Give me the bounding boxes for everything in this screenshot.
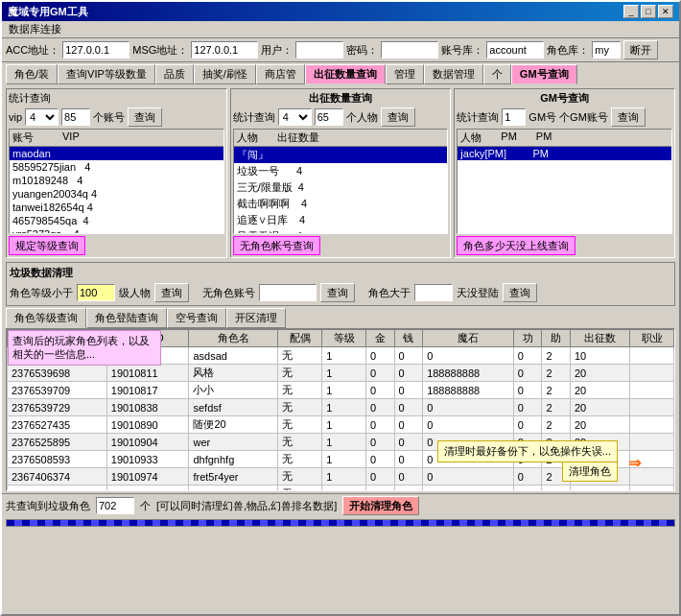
table-row[interactable]: 237653972919010838sefdsf无10000220 bbox=[8, 399, 674, 416]
expedition-item-1[interactable]: 垃圾一号 4 bbox=[234, 163, 448, 179]
level-query-btn[interactable]: 查询 bbox=[154, 283, 189, 302]
vip-select[interactable]: 4321 bbox=[25, 108, 59, 126]
col-gold: 金 bbox=[366, 330, 395, 347]
vip-list-item-3[interactable]: yuangen20034q 4 bbox=[10, 187, 223, 201]
table-cell: 0 bbox=[394, 347, 423, 365]
three-panel-row: 统计查询 vip 4321 个账号 查询 账号 VIP maodan 58595… bbox=[2, 86, 679, 260]
table-cell: 1 bbox=[322, 434, 366, 451]
table-cell: 0 bbox=[394, 399, 423, 416]
expedition-item-3[interactable]: 截击啊啊啊 4 bbox=[234, 196, 448, 212]
count-label: 共查询到垃圾角色 bbox=[6, 499, 90, 513]
vip-list-item-1[interactable]: 58595275jian 4 bbox=[10, 160, 223, 174]
user-input[interactable] bbox=[295, 41, 343, 59]
table-row[interactable]: 237653970919010817小小无1001888888880220 bbox=[8, 382, 674, 399]
expedition-item-2[interactable]: 三无/限量版 4 bbox=[234, 179, 448, 196]
col-exp-count: 出征数 bbox=[570, 330, 629, 347]
expedition-select[interactable]: 4 bbox=[278, 108, 312, 126]
table-cell: 20 bbox=[570, 382, 629, 399]
expedition-item-0[interactable]: 『闯』 bbox=[234, 147, 448, 163]
vip-panel-title: 统计查询 bbox=[9, 91, 224, 106]
start-clean-btn[interactable]: 开始清理角色 bbox=[342, 496, 419, 515]
level-input[interactable] bbox=[77, 284, 115, 301]
minimize-button[interactable]: _ bbox=[623, 5, 639, 18]
no-account-label: 无角色账号 bbox=[202, 286, 255, 300]
offline-days-btn[interactable]: 查询 bbox=[503, 283, 537, 302]
tab-shop[interactable]: 商店管 bbox=[256, 64, 305, 84]
disconnect-button[interactable]: 断开 bbox=[623, 40, 658, 59]
offline-query-btn[interactable]: 角色多少天没上线查询 bbox=[457, 236, 575, 255]
table-cell: 1 bbox=[322, 416, 366, 434]
level-unit: 级人物 bbox=[119, 286, 151, 300]
expedition-count-input[interactable] bbox=[315, 108, 343, 126]
table-cell: 无 bbox=[278, 468, 322, 486]
tab-expedition[interactable]: 出征数量查询 bbox=[305, 64, 386, 84]
vip-list-item-2[interactable]: m10189248 4 bbox=[10, 174, 223, 187]
maximize-button[interactable]: □ bbox=[641, 5, 656, 18]
close-button[interactable]: ✕ bbox=[658, 5, 673, 18]
gm-item-0[interactable]: jacky[PM] PM bbox=[458, 147, 671, 160]
tab-data-manage[interactable]: 数据管理 bbox=[424, 64, 483, 84]
tab2-empty-account[interactable]: 空号查询 bbox=[167, 308, 226, 328]
clean-label: 清理角色 bbox=[562, 462, 618, 482]
tab2-open-clean[interactable]: 开区清理 bbox=[226, 308, 286, 328]
vip-list-item-0[interactable]: maodan bbox=[10, 147, 223, 160]
vip-list-item-6[interactable]: yrs5273qa 4 bbox=[10, 227, 223, 234]
table-cell: 风格 bbox=[189, 365, 278, 382]
table-cell: 19010969 bbox=[106, 486, 189, 492]
table-cell: 0 bbox=[423, 468, 514, 486]
expedition-item-5[interactable]: 风雪无泪 4 bbox=[234, 228, 448, 234]
pwd-input[interactable] bbox=[381, 41, 438, 59]
no-account-trash-btn[interactable]: 查询 bbox=[320, 283, 355, 302]
table-row[interactable]: 237653969819010811风格无1001888888880220 bbox=[8, 365, 674, 382]
count-input[interactable] bbox=[96, 497, 134, 514]
table-cell: 0 bbox=[394, 416, 423, 434]
menu-item-db[interactable]: 数据库连接 bbox=[6, 21, 64, 37]
expedition-query-btn[interactable]: 查询 bbox=[381, 107, 415, 127]
level-label: 角色等级小于 bbox=[10, 286, 73, 300]
tab-lottery[interactable]: 抽奖/刷怪 bbox=[194, 64, 256, 84]
vip-level-query-btn[interactable]: 规定等级查询 bbox=[9, 236, 85, 255]
table-cell: 0 bbox=[513, 468, 542, 486]
tab-individual[interactable]: 个 bbox=[483, 64, 511, 84]
vip-count-input[interactable] bbox=[61, 108, 90, 126]
table-row[interactable]: 237652743519010890随便20无10000220 bbox=[8, 416, 674, 434]
msg-input[interactable] bbox=[191, 41, 258, 59]
table-cell: 188888888 bbox=[423, 365, 514, 382]
vip-list-item-5[interactable]: 465798545qa 4 bbox=[10, 214, 223, 227]
table-cell: 30 bbox=[570, 486, 629, 492]
vip-list-item-4[interactable]: tanwei182654q 4 bbox=[10, 201, 223, 214]
offline-days-input[interactable] bbox=[414, 284, 453, 301]
expedition-panel-title: 出征数量查询 bbox=[233, 91, 449, 106]
tab-gm-query[interactable]: GM号查询 bbox=[511, 64, 577, 84]
expedition-item-4[interactable]: 追逐∨日库 4 bbox=[234, 212, 448, 228]
vip-query-btn[interactable]: 查询 bbox=[128, 107, 162, 127]
annotation-tooltip: 清理时最好备份下，以免操作失误... bbox=[437, 440, 618, 462]
table-cell: 2 bbox=[542, 382, 571, 399]
table-cell: 19010974 bbox=[106, 468, 189, 486]
tab2-role-login[interactable]: 角色登陆查询 bbox=[86, 308, 167, 328]
main-tabs: 角色/装 查询VIP等级数量 品质 抽奖/刷怪 商店管 出征数量查询 管理 数据… bbox=[2, 62, 679, 86]
col-gong: 功 bbox=[513, 330, 542, 347]
title-bar: 魔域专用GM工具 _ □ ✕ bbox=[2, 2, 679, 21]
db-input[interactable] bbox=[486, 41, 544, 59]
tab-quality[interactable]: 品质 bbox=[155, 64, 194, 84]
acc-input[interactable] bbox=[62, 41, 129, 59]
tab-role-equip[interactable]: 角色/装 bbox=[6, 64, 58, 84]
role-input[interactable] bbox=[592, 41, 621, 59]
table-cell: 0 bbox=[394, 468, 423, 486]
tab-vip[interactable]: 查询VIP等级数量 bbox=[58, 64, 155, 84]
no-account-btn[interactable]: 无角色帐号查询 bbox=[233, 236, 320, 255]
table-cell: 19010817 bbox=[106, 382, 189, 399]
vip-stat-row: vip 4321 个账号 查询 bbox=[9, 107, 224, 127]
gm-query-btn[interactable]: 查询 bbox=[611, 107, 646, 127]
main-window: 魔域专用GM工具 _ □ ✕ 数据库连接 ACC地址： MSG地址： 用户： 密… bbox=[0, 0, 681, 616]
tab2-role-level[interactable]: 角色等级查询 bbox=[6, 308, 86, 328]
tab-manage[interactable]: 管理 bbox=[386, 64, 424, 84]
table-cell: 2367406374 bbox=[8, 468, 107, 486]
no-account-trash-input[interactable] bbox=[259, 284, 317, 301]
gm-count-input[interactable] bbox=[502, 108, 526, 126]
table-cell: 0 bbox=[423, 399, 514, 416]
table-row[interactable]: 237653987119010969qdfweqdqh无10000230 bbox=[8, 486, 674, 492]
expedition-list-header: 人物 出征数量 bbox=[234, 130, 448, 147]
table-cell: 2376527435 bbox=[8, 416, 107, 434]
